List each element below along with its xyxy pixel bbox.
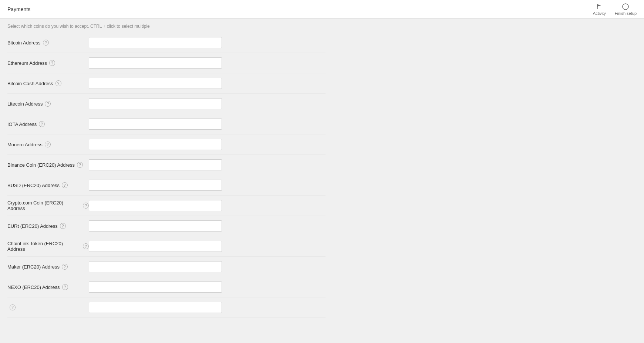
form-label-busd-erc20-address: BUSD (ERC20) Address	[7, 183, 60, 188]
form-input-bitcoin-address[interactable]	[89, 37, 222, 48]
form-label-wrap: Binance Coin (ERC20) Address ?	[7, 162, 89, 168]
form-label-wrap: Crypto.com Coin (ERC20) Address ?	[7, 200, 89, 211]
help-icon-eurt-erc20-address[interactable]: ?	[60, 223, 66, 229]
form-row: IOTA Address ?	[7, 114, 326, 134]
form-row: Bitcoin Cash Address ?	[7, 73, 326, 94]
help-icon-nexo-erc20-address[interactable]: ?	[62, 284, 68, 290]
form-row: EURt (ERC20) Address ?	[7, 216, 326, 236]
form-input-eurt-erc20-address[interactable]	[89, 220, 222, 232]
form-row: Bitcoin Address ?	[7, 33, 326, 53]
help-icon-bitcoin-address[interactable]: ?	[43, 40, 49, 46]
form-label-wrap: ?	[7, 304, 89, 310]
form-label-iota-address: IOTA Address	[7, 121, 37, 127]
help-icon-maker-erc20-address[interactable]: ?	[62, 264, 68, 270]
form-input-litecoin-address[interactable]	[89, 98, 222, 109]
help-icon-ethereum-address[interactable]: ?	[49, 60, 55, 66]
help-icon-iota-address[interactable]: ?	[39, 121, 45, 127]
form-label-wrap: ChainLink Token (ERC20) Address ?	[7, 241, 89, 252]
form-label-crypto-com-coin-erc20-address: Crypto.com Coin (ERC20) Address	[7, 200, 81, 211]
form-label-wrap: Litecoin Address ?	[7, 101, 89, 107]
form-label-bitcoin-cash-address: Bitcoin Cash Address	[7, 81, 53, 86]
help-icon[interactable]: ?	[10, 304, 16, 310]
form-input-nexo-erc20-address[interactable]	[89, 282, 222, 293]
activity-label: Activity	[593, 11, 606, 16]
help-icon-monero-address[interactable]: ?	[45, 141, 51, 147]
help-icon-crypto-com-coin-erc20-address[interactable]: ?	[83, 203, 89, 209]
form-input-iota-address[interactable]	[89, 119, 222, 130]
main-content: Select which coins do you wish to accept…	[0, 19, 333, 333]
help-icon-busd-erc20-address[interactable]: ?	[62, 182, 68, 188]
topbar-actions: Activity Finish setup	[593, 3, 637, 16]
form-row: ?	[7, 297, 326, 318]
form-input-monero-address[interactable]	[89, 139, 222, 150]
form-label-ethereum-address: Ethereum Address	[7, 60, 47, 66]
form-input-busd-erc20-address[interactable]	[89, 180, 222, 191]
topbar: Payments Activity Finish setup	[0, 0, 644, 19]
form-label-wrap: Ethereum Address ?	[7, 60, 89, 66]
finish-setup-label: Finish setup	[615, 11, 637, 16]
form-input-unknown-erc20-address[interactable]	[89, 302, 222, 313]
form-input-chainlink-token-erc20-address[interactable]	[89, 241, 222, 252]
form-label-wrap: Monero Address ?	[7, 141, 89, 147]
form-row: Monero Address ?	[7, 134, 326, 155]
form-row: NEXO (ERC20) Address ?	[7, 277, 326, 297]
form-row: ChainLink Token (ERC20) Address ?	[7, 236, 326, 257]
form-row: Litecoin Address ?	[7, 94, 326, 114]
form-input-crypto-com-coin-erc20-address[interactable]	[89, 200, 222, 211]
form-label-wrap: NEXO (ERC20) Address ?	[7, 284, 89, 290]
form-label-wrap: Maker (ERC20) Address ?	[7, 264, 89, 270]
form-input-binance-coin-erc20-address[interactable]	[89, 159, 222, 170]
form-row: BUSD (ERC20) Address ?	[7, 175, 326, 196]
form-label-wrap: Bitcoin Cash Address ?	[7, 80, 89, 86]
help-icon-binance-coin-erc20-address[interactable]: ?	[77, 162, 83, 168]
circle-icon	[622, 3, 629, 10]
form-label-wrap: BUSD (ERC20) Address ?	[7, 182, 89, 188]
form-label-wrap: IOTA Address ?	[7, 121, 89, 127]
form-label-bitcoin-address: Bitcoin Address	[7, 40, 41, 46]
form-row: Binance Coin (ERC20) Address ?	[7, 155, 326, 175]
form-label-nexo-erc20-address: NEXO (ERC20) Address	[7, 284, 60, 290]
svg-point-1	[623, 4, 628, 10]
form-input-maker-erc20-address[interactable]	[89, 261, 222, 272]
form-label-litecoin-address: Litecoin Address	[7, 101, 43, 107]
help-icon-litecoin-address[interactable]: ?	[45, 101, 51, 107]
form-container: Bitcoin Address ? Ethereum Address ? Bit…	[7, 33, 326, 318]
help-icon-chainlink-token-erc20-address[interactable]: ?	[83, 243, 89, 249]
page-title: Payments	[7, 6, 30, 12]
form-row: Ethereum Address ?	[7, 53, 326, 73]
help-icon-bitcoin-cash-address[interactable]: ?	[55, 80, 61, 86]
form-input-ethereum-address[interactable]	[89, 57, 222, 69]
form-row: Maker (ERC20) Address ?	[7, 257, 326, 277]
form-label-maker-erc20-address: Maker (ERC20) Address	[7, 264, 60, 270]
activity-button[interactable]: Activity	[593, 3, 606, 16]
finish-setup-button[interactable]: Finish setup	[615, 3, 637, 16]
form-input-bitcoin-cash-address[interactable]	[89, 78, 222, 89]
subtitle-text: Select which coins do you wish to accept…	[7, 19, 326, 33]
form-label-eurt-erc20-address: EURt (ERC20) Address	[7, 223, 58, 229]
form-row: Crypto.com Coin (ERC20) Address ?	[7, 196, 326, 216]
flag-icon	[596, 3, 603, 10]
form-label-chainlink-token-erc20-address: ChainLink Token (ERC20) Address	[7, 241, 81, 252]
form-label-binance-coin-erc20-address: Binance Coin (ERC20) Address	[7, 162, 75, 168]
form-label-wrap: Bitcoin Address ?	[7, 40, 89, 46]
form-label-wrap: EURt (ERC20) Address ?	[7, 223, 89, 229]
form-label-monero-address: Monero Address	[7, 142, 43, 147]
